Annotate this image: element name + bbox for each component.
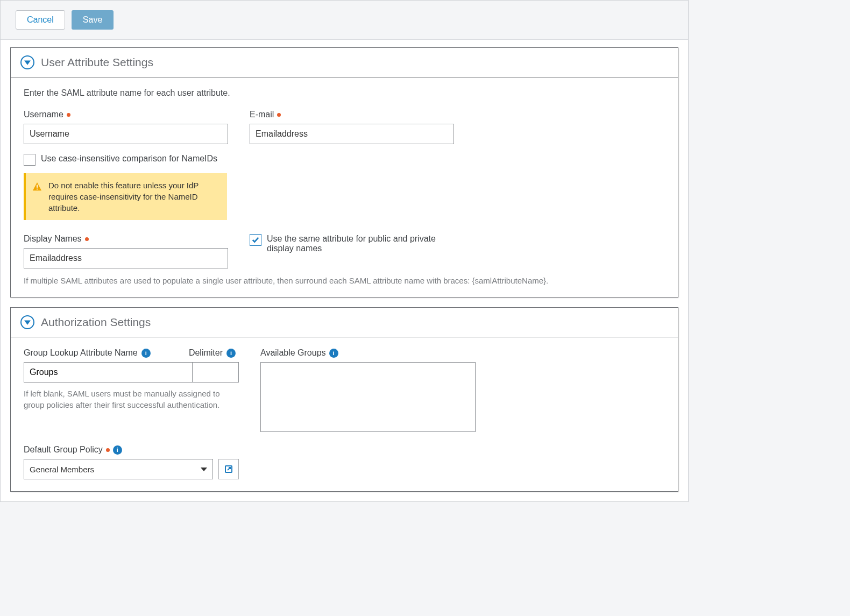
panel-title-user-attr: User Attribute Settings: [41, 56, 153, 69]
info-icon[interactable]: i: [329, 349, 338, 358]
delimiter-label: Delimiter i: [189, 348, 236, 358]
same-attr-checkbox-row: Use the same attribute for public and pr…: [250, 234, 454, 253]
same-attr-checkbox[interactable]: [250, 234, 261, 246]
collapse-toggle-icon[interactable]: [20, 315, 34, 329]
save-button[interactable]: Save: [72, 10, 114, 30]
group-lookup-label: Group Lookup Attribute Name i: [24, 348, 151, 358]
available-groups-label-text: Available Groups: [260, 348, 326, 358]
case-insensitive-block: Use case-insensitive comparison for Name…: [24, 154, 228, 220]
page-container: Cancel Save User Attribute Settings Ente…: [0, 0, 689, 502]
group-lookup-labels: Group Lookup Attribute Name i Delimiter …: [24, 348, 239, 358]
required-dot-icon: [85, 237, 89, 241]
warning-icon: [32, 182, 42, 192]
info-icon[interactable]: i: [226, 349, 236, 358]
default-policy-label-text: Default Group Policy: [24, 445, 103, 455]
fields-grid: Username E-mail: [24, 110, 665, 220]
policy-row: General Members: [24, 459, 239, 479]
available-groups-block: Available Groups i: [260, 348, 476, 432]
case-insensitive-checkbox[interactable]: [24, 154, 36, 166]
auth-columns: Group Lookup Attribute Name i Delimiter …: [24, 348, 665, 432]
warning-box: Do not enable this feature unless your I…: [24, 173, 227, 220]
group-lookup-input[interactable]: [24, 362, 193, 383]
required-dot-icon: [106, 448, 110, 452]
info-icon[interactable]: i: [113, 445, 122, 455]
email-label-text: E-mail: [250, 110, 274, 119]
required-dot-icon: [67, 113, 70, 117]
svg-marker-4: [24, 320, 31, 324]
case-insensitive-label: Use case-insensitive comparison for Name…: [41, 154, 217, 164]
username-label-text: Username: [24, 110, 63, 119]
edit-policy-button[interactable]: [218, 459, 239, 479]
email-label: E-mail: [250, 110, 454, 119]
display-names-field: Display Names: [24, 234, 228, 268]
same-attr-label: Use the same attribute for public and pr…: [267, 234, 454, 253]
required-dot-icon: [277, 113, 281, 117]
username-input[interactable]: [24, 124, 228, 144]
default-policy-label: Default Group Policy i: [24, 445, 665, 455]
panel-header-user-attr: User Attribute Settings: [11, 48, 678, 77]
chevron-down-icon: [201, 468, 207, 471]
available-groups-label: Available Groups i: [260, 348, 476, 358]
lookup-row: [24, 362, 239, 383]
group-lookup-hint: If left blank, SAML users must be manual…: [24, 388, 239, 410]
panel-body-user-attr: Enter the SAML attribute name for each u…: [11, 77, 678, 297]
collapse-toggle-icon[interactable]: [20, 55, 34, 69]
display-names-label-text: Display Names: [24, 234, 82, 244]
display-names-input[interactable]: [24, 248, 228, 268]
section-description: Enter the SAML attribute name for each u…: [24, 88, 665, 98]
delimiter-input[interactable]: [193, 362, 239, 383]
same-attr-block: Use the same attribute for public and pr…: [250, 234, 454, 268]
username-label: Username: [24, 110, 228, 119]
group-lookup-label-text: Group Lookup Attribute Name: [24, 348, 138, 358]
default-policy-value: General Members: [30, 465, 94, 474]
username-field: Username: [24, 110, 228, 144]
available-groups-list[interactable]: [260, 362, 476, 432]
panel-body-auth: Group Lookup Attribute Name i Delimiter …: [11, 337, 678, 491]
email-input[interactable]: [250, 124, 454, 144]
toolbar: Cancel Save: [1, 1, 688, 40]
cancel-button[interactable]: Cancel: [16, 10, 65, 30]
panel-authorization-settings: Authorization Settings Group Lookup Attr…: [10, 307, 678, 492]
panel-user-attribute-settings: User Attribute Settings Enter the SAML a…: [10, 47, 678, 298]
display-names-row: Display Names Use the same attribute for…: [24, 234, 665, 268]
default-policy-select[interactable]: General Members: [24, 459, 213, 479]
svg-rect-3: [37, 189, 38, 190]
bottom-hint: If multiple SAML attributes are used to …: [24, 276, 665, 285]
svg-marker-0: [24, 60, 31, 65]
case-insensitive-checkbox-row: Use case-insensitive comparison for Name…: [24, 154, 228, 166]
warning-text: Do not enable this feature unless your I…: [48, 180, 219, 214]
svg-rect-2: [37, 185, 38, 187]
group-lookup-block: Group Lookup Attribute Name i Delimiter …: [24, 348, 239, 432]
display-names-label: Display Names: [24, 234, 228, 244]
panel-title-auth: Authorization Settings: [41, 316, 151, 329]
email-field: E-mail: [250, 110, 454, 144]
delimiter-label-text: Delimiter: [189, 348, 223, 358]
panel-header-auth: Authorization Settings: [11, 308, 678, 337]
info-icon[interactable]: i: [141, 349, 151, 358]
default-policy-block: Default Group Policy i General Members: [24, 445, 665, 479]
